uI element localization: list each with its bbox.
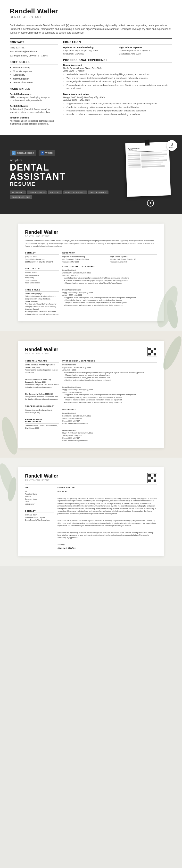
job-title-1: Dental Assistant	[63, 64, 172, 67]
preview-hard-1-desc: Skilled in taking and developing X-rays …	[25, 295, 59, 300]
contact-phone: (555) 123-4567	[10, 46, 58, 49]
google-docs-badge[interactable]: G GOOGLE DOCS	[10, 150, 36, 156]
page2-ref-title: Reference	[62, 408, 157, 411]
info-date: MM / DD / YY	[25, 503, 54, 506]
preview-hr	[25, 250, 157, 250]
page3-right: Cover Letter Dear Mr. No, I am writing t…	[58, 486, 157, 550]
hs-desc-1: Skilled in taking and developing X-rays …	[10, 96, 58, 102]
preview-soft-2: Time Management	[25, 274, 59, 277]
page1-preview-card: Randell Waller Dental assistant Dedicate…	[18, 223, 164, 321]
preview-hr-3	[25, 485, 157, 485]
pages-label: PAGES	[169, 147, 175, 148]
list-item: Took and developed dental radiographs (X…	[67, 76, 172, 80]
leaf-decoration-right	[153, 282, 182, 331]
page1-preview-section: Randell Waller Dental assistant Dedicate…	[0, 214, 182, 331]
page2-exp-title: Professional Experience	[62, 360, 157, 363]
preview-hard-1-title: Dental Radiography:	[25, 293, 59, 295]
page3-left: Info To: Recipient Name Job Title Compan…	[25, 486, 54, 550]
banner-icons: G GOOGLE DOCS W WORD	[10, 150, 119, 156]
hard-skill-1: Dental Radiography: Skilled in taking an…	[10, 93, 58, 102]
honor-2-title: Excellence in Clinical Skills City Commu…	[25, 378, 59, 383]
page2-left: Honors & Awards Dental Assistant Award-B…	[25, 360, 59, 442]
cover-letter-body1: I am writing to express my enthusiasm to…	[58, 497, 157, 515]
job-bullets-2: Supported dental staff in patient care, …	[63, 102, 172, 116]
body-divider	[10, 38, 172, 39]
preview-soft-5: Team Collaboration	[25, 282, 59, 284]
hard-skill-3: Infection Control: Knowledgeable in ster…	[10, 116, 58, 126]
page3-contact-title: Contact	[25, 510, 54, 513]
edu-item-2: High School Diploma Cityville High Schoo…	[119, 46, 172, 55]
banner-left: G GOOGLE DOCS W WORD Template DENTAL ASS…	[10, 150, 119, 199]
resume-summary: Dedicated and compassionate Dental Assis…	[10, 24, 172, 35]
preview-exp-title: Professional Experience	[62, 265, 157, 268]
edu-item-1: Diploma in Dental Assisting City Communi…	[63, 46, 116, 55]
hs-title-2: Dental Software:	[10, 104, 58, 107]
honor-1-title: Dental Assistant Award-Bright Smiles Den…	[25, 364, 59, 369]
info-to: To:	[25, 490, 54, 493]
preview-name-1: Randell Waller	[25, 229, 157, 235]
job-company-1: Bright Smiles Dental Clinic, City, State…	[63, 67, 172, 72]
memberships-text: Graduated Dental Control Dental Assistan…	[25, 425, 59, 430]
google-docs-icon: G	[12, 151, 15, 155]
leaf-decoration-left-2	[0, 458, 24, 501]
info-date-label: Date:	[25, 500, 54, 503]
preview-addr: 123 Maple Street, Cityville, ST 12345	[25, 261, 59, 264]
honor-1-desc: Recognized for outstanding patient care …	[25, 369, 59, 374]
preview-name-3: Randell Waller	[25, 473, 58, 479]
mockup-header: Randell Waller Dental assistant	[128, 147, 167, 151]
page2-right: Professional Experience Dental Assistant…	[62, 360, 157, 442]
page3-address: 123 Maple Street, Cityville	[25, 517, 54, 519]
honor-3-title: City Community College 2019-2020	[25, 393, 59, 396]
job-bullets-1: Assisted dentists with a range of proced…	[63, 73, 172, 90]
resume-title: Dental assistant	[10, 16, 172, 19]
header-divider	[10, 21, 172, 21]
page3-preview-card: Randell Waller Dental assistant Info To:…	[18, 467, 164, 556]
preview-name-2: Randell Waller	[25, 347, 58, 352]
page3-name-block: Randell Waller Dental assistant	[25, 473, 58, 483]
list-item: Team Collaboration	[13, 81, 58, 84]
banner-title-line1: DENTAL	[10, 163, 119, 172]
preview-hard-2-title: Dental Software:	[25, 300, 59, 303]
leaf-decoration-left	[0, 414, 24, 458]
job-company-2: Happy Teeth Family Dentistry, City, Stat…	[63, 96, 172, 101]
info-job-title: Job Title	[25, 495, 54, 498]
memberships-title: Professional Memberships	[25, 418, 59, 424]
resume-mockup-thumbnail: Randell Waller Dental assistant	[125, 142, 171, 197]
soft-skills-list: Problem-Solving Time Management Adaptabi…	[10, 66, 58, 84]
qr-code-placeholder-3	[147, 473, 157, 483]
chevron-down-icon: ▼	[149, 201, 152, 205]
banner-title-line2: ASSISTANT	[10, 172, 119, 181]
qr-code-placeholder	[147, 347, 157, 356]
cover-letter-title: Cover Letter	[58, 486, 157, 489]
page3-phone: (555) 123-4567	[25, 514, 54, 517]
list-item: Educated patients on oral hygiene and po…	[67, 84, 172, 90]
resume-body: Contact (555) 123-4567 RandellWaller@ema…	[10, 41, 172, 128]
job-title-2: Dental Assistant Intern	[63, 93, 172, 96]
contact-email: RandellWaller@email.com	[10, 50, 58, 53]
honor-3-desc: Recognized for academic achievement over…	[25, 396, 59, 401]
mockup-body	[128, 152, 168, 168]
job-entry-2: Dental Assistant Intern Happy Teeth Fami…	[63, 93, 172, 116]
soft-skills-title: Soft Skills	[10, 61, 58, 64]
preview-body-2: Honors & Awards Dental Assistant Award-B…	[25, 360, 157, 442]
preview-left-1: Contact (555) 123-4567 RandellWaller@ema…	[25, 252, 59, 316]
professional-summary-text: Member American Dental Assistants Associ…	[25, 409, 59, 414]
preview-hard-3-desc: Knowledgeable in sterilization technique…	[25, 310, 59, 315]
preview-subtitle-3: Dental assistant	[25, 479, 58, 481]
preview-edu-1: Diploma in Dental Assisting City Communi…	[62, 256, 109, 264]
page3-preview-section: Randell Waller Dental assistant Info To:…	[0, 458, 182, 566]
google-docs-label: GOOGLE DOCS	[16, 152, 34, 154]
page3-body: Info To: Recipient Name Job Title Compan…	[25, 486, 157, 550]
contact-section: Contact (555) 123-4567 RandellWaller@ema…	[10, 41, 58, 57]
pages-number: 3	[171, 143, 173, 147]
preview-email: RandellWaller@email.com	[25, 258, 59, 261]
word-icon: W	[40, 151, 44, 155]
hard-skill-2: Dental Software: Proficient with [Dental…	[10, 104, 58, 114]
preview-hard-2-desc: Proficient with [Dental Software Name] f…	[25, 303, 59, 308]
preview-hard-3-title: Infection Control:	[25, 308, 59, 311]
ms-word-badge[interactable]: W WORD	[39, 150, 55, 156]
preview-subtitle-2: Dental assistant	[25, 352, 58, 355]
right-column: Education Diploma in Dental Assisting Ci…	[63, 41, 172, 128]
scroll-down-button[interactable]: ▼	[147, 200, 154, 207]
edu-school-2: Cityville High School, Cityville, ST	[119, 49, 172, 52]
